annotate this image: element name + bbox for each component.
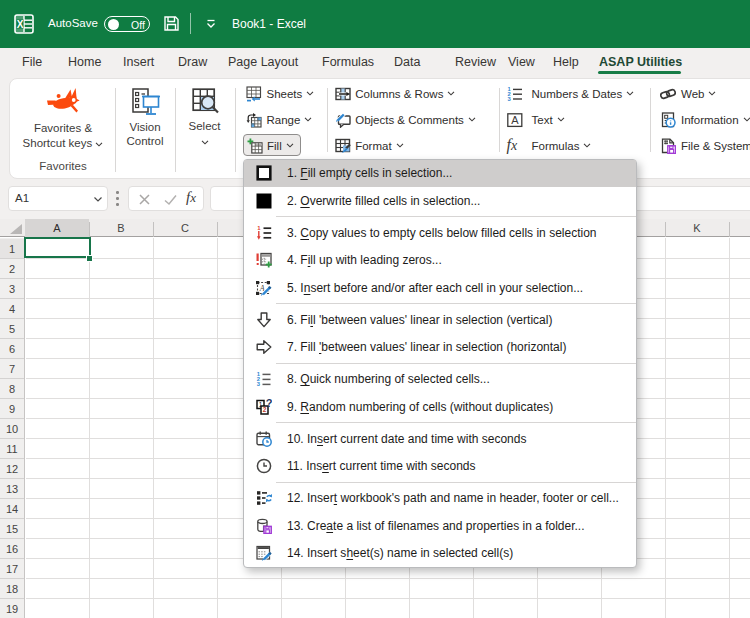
svg-text:3: 3 xyxy=(508,96,512,102)
svg-text:A: A xyxy=(511,114,519,126)
svg-text:X: X xyxy=(17,19,24,30)
svg-text:1: 1 xyxy=(257,225,261,231)
svg-text:?: ? xyxy=(265,399,271,409)
svg-text:3: 3 xyxy=(256,382,260,388)
